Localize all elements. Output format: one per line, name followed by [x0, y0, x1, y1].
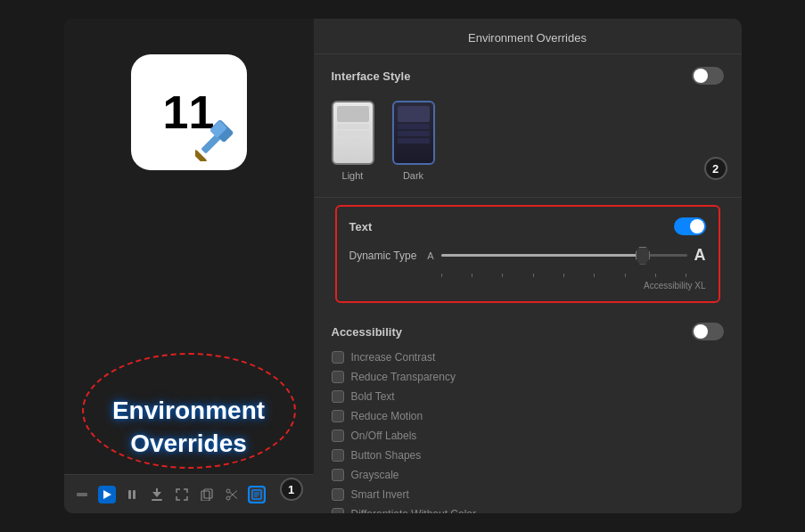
acc-label-button-shapes: Button Shapes — [351, 449, 422, 462]
svg-point-13 — [226, 489, 230, 493]
svg-rect-6 — [128, 490, 131, 499]
svg-rect-7 — [133, 490, 136, 499]
acc-label-onoff-labels: On/Off Labels — [351, 430, 417, 442]
hammer-icon — [195, 117, 240, 161]
svg-point-14 — [226, 496, 230, 500]
toolbar-download-icon[interactable] — [148, 486, 166, 503]
list-item: Bold Text — [332, 389, 724, 405]
accessibility-section-header: Accessibility — [332, 323, 724, 340]
panel-title: Environment Overrides — [314, 19, 742, 54]
toolbar: 1 — [64, 474, 314, 513]
slider-fill — [441, 254, 638, 257]
list-item: Smart Invert — [332, 487, 724, 503]
acc-label-smart-invert: Smart Invert — [351, 488, 409, 501]
toolbar-expand-icon[interactable] — [173, 486, 191, 503]
toolbar-copy-icon[interactable] — [198, 486, 216, 503]
acc-checkbox-differentiate[interactable] — [332, 508, 344, 513]
accessibility-section: Accessibility Increase Contrast Reduce T… — [314, 310, 742, 513]
main-window: 11 Environment Overrides — [64, 19, 742, 513]
env-text-overlay: Environment Overrides — [64, 395, 314, 460]
slider-track — [441, 254, 687, 257]
style-option-light[interactable]: Light — [332, 101, 374, 181]
style-option-dark[interactable]: Dark — [392, 101, 435, 181]
style-options: Light Dark — [332, 94, 724, 184]
list-item: Grayscale — [332, 467, 724, 483]
toolbar-scissors-icon[interactable] — [223, 486, 241, 503]
text-section-wrapper: Text Dynamic Type A — [314, 198, 742, 310]
acc-checkbox-reduce-motion[interactable] — [332, 410, 344, 422]
acc-label-reduce-motion: Reduce Motion — [351, 410, 423, 422]
dark-label: Dark — [403, 170, 423, 181]
interface-style-label: Interface Style — [332, 70, 411, 83]
svg-rect-4 — [77, 493, 87, 496]
tick — [441, 274, 442, 277]
acc-checkbox-increase-contrast[interactable] — [332, 351, 344, 364]
interface-style-toggle[interactable] — [692, 67, 724, 85]
dark-thumbnail — [392, 101, 435, 165]
right-panel: Environment Overrides Interface Style — [314, 19, 742, 513]
tick — [625, 274, 626, 277]
list-item: Differentiate Without Color — [332, 506, 724, 513]
acc-label-grayscale: Grayscale — [351, 469, 399, 481]
tick — [533, 274, 534, 277]
badge-2: 2 — [704, 157, 727, 180]
dynamic-type-row: Dynamic Type A — [349, 246, 706, 265]
tick — [502, 274, 503, 277]
acc-label-reduce-transparency: Reduce Transparency — [351, 371, 456, 383]
svg-rect-11 — [201, 491, 209, 501]
acc-checkbox-smart-invert[interactable] — [332, 488, 344, 501]
tick — [594, 274, 595, 277]
dynamic-type-slider[interactable] — [441, 247, 687, 265]
badge-1: 1 — [280, 478, 303, 501]
interface-style-header: Interface Style — [332, 67, 724, 85]
tick — [686, 274, 686, 277]
svg-marker-5 — [103, 490, 111, 499]
left-panel: 11 Environment Overrides — [64, 19, 314, 513]
svg-rect-10 — [152, 499, 162, 501]
acc-label-bold-text: Bold Text — [351, 390, 395, 403]
tick — [563, 274, 564, 277]
toolbar-play-icon[interactable] — [98, 486, 116, 503]
light-thumbnail — [332, 101, 374, 165]
svg-rect-9 — [156, 488, 158, 493]
text-toggle[interactable] — [674, 217, 706, 235]
interface-style-section: Interface Style Light — [314, 54, 742, 198]
toolbar-stop-icon[interactable] — [73, 486, 91, 503]
accessibility-label: Accessibility — [332, 325, 403, 339]
acc-checkbox-bold-text[interactable] — [332, 390, 344, 403]
accessibility-items: Increase Contrast Reduce Transparency Bo… — [332, 349, 724, 513]
app-icon: 11 — [131, 54, 247, 170]
list-item: Increase Contrast — [332, 349, 724, 365]
list-item: On/Off Labels — [332, 428, 724, 444]
acc-checkbox-reduce-transparency[interactable] — [332, 371, 344, 383]
text-section-header: Text — [349, 217, 706, 235]
dt-a-large: A — [694, 246, 706, 265]
toolbar-env-overrides-icon[interactable] — [248, 486, 266, 503]
list-item: Button Shapes — [332, 447, 724, 463]
text-section: Text Dynamic Type A — [335, 205, 720, 303]
acc-label-increase-contrast: Increase Contrast — [351, 351, 436, 364]
dt-small-label: Dynamic Type — [349, 250, 417, 262]
light-label: Light — [342, 170, 364, 181]
acc-checkbox-onoff-labels[interactable] — [332, 430, 344, 442]
tick — [655, 274, 656, 277]
acc-label-differentiate: Differentiate Without Color — [351, 508, 477, 513]
dt-a-small: A — [427, 250, 433, 261]
toolbar-pause-icon[interactable] — [123, 486, 141, 503]
accessibility-xl-label: Accessibility XL — [349, 281, 706, 291]
accessibility-toggle[interactable] — [692, 323, 724, 340]
list-item: Reduce Transparency — [332, 369, 724, 385]
slider-thumb — [636, 247, 650, 265]
acc-checkbox-button-shapes[interactable] — [332, 449, 344, 462]
text-section-label: Text — [349, 220, 373, 233]
list-item: Reduce Motion — [332, 408, 724, 424]
acc-checkbox-grayscale[interactable] — [332, 469, 344, 481]
tick — [472, 274, 472, 277]
